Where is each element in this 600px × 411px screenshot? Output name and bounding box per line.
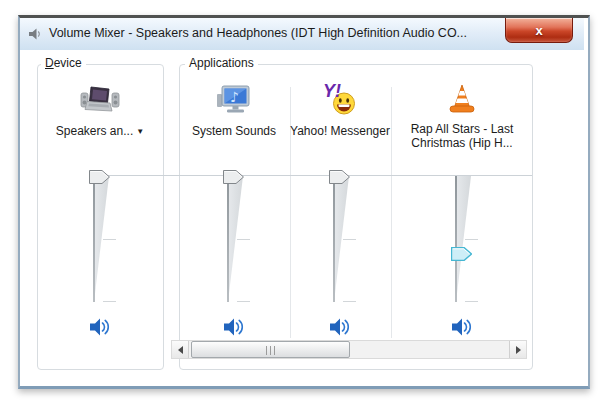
svg-text:♪: ♪ bbox=[230, 89, 239, 105]
slider-tick bbox=[465, 301, 478, 302]
slider-tick bbox=[465, 239, 478, 240]
device-selector-label: Speakers an... bbox=[56, 124, 133, 138]
device-label-rest: evice bbox=[54, 56, 82, 70]
system-sounds-icon: ♪ bbox=[216, 84, 252, 118]
window-title: Volume Mixer - Speakers and Headphones (… bbox=[49, 26, 467, 40]
speaker-volume-icon bbox=[450, 317, 474, 337]
slider-tick bbox=[343, 239, 356, 240]
vlc-slider-track-line bbox=[455, 176, 457, 302]
device-mute-button[interactable] bbox=[87, 317, 113, 339]
app-name-yahoo-messenger: Yahoo! Messenger bbox=[275, 124, 405, 138]
system-sounds-slider-thumb[interactable] bbox=[223, 170, 244, 184]
app-name-vlc-track: Rap All Stars - Last Christmas (Hip H... bbox=[396, 122, 528, 150]
client-area: Device Applications Speakers an...▼ bbox=[20, 50, 584, 383]
close-button[interactable]: x bbox=[505, 18, 573, 43]
volume-mixer-window: Volume Mixer - Speakers and Headphones (… bbox=[18, 15, 590, 389]
system-sounds-mute-button[interactable] bbox=[221, 317, 247, 339]
scrollbar-thumb[interactable] bbox=[191, 341, 350, 358]
chevron-down-icon: ▼ bbox=[136, 127, 144, 136]
scroll-left-arrow-icon bbox=[178, 346, 183, 354]
speaker-volume-icon bbox=[88, 317, 112, 337]
yahoo-slider-thumb[interactable] bbox=[329, 170, 350, 184]
scroll-right-button[interactable] bbox=[509, 341, 526, 358]
close-icon: x bbox=[535, 23, 542, 38]
slider-tick bbox=[343, 301, 356, 302]
slider-tick bbox=[103, 301, 116, 302]
vlc-slider-thumb[interactable] bbox=[451, 247, 472, 261]
slider-tick bbox=[237, 301, 250, 302]
titlebar[interactable]: Volume Mixer - Speakers and Headphones (… bbox=[20, 18, 584, 51]
yahoo-messenger-icon: Y! bbox=[323, 82, 357, 116]
screenshot-stage: Volume Mixer - Speakers and Headphones (… bbox=[0, 0, 600, 411]
device-slider-thumb[interactable] bbox=[89, 170, 110, 184]
slider-tick bbox=[103, 239, 116, 240]
yahoo-slider-track-line bbox=[333, 176, 335, 302]
scroll-left-button[interactable] bbox=[172, 341, 189, 358]
device-label-mnemonic: D bbox=[45, 56, 54, 70]
vlc-mute-button[interactable] bbox=[449, 317, 475, 339]
device-slider-track-line bbox=[93, 176, 95, 302]
speaker-volume-icon bbox=[222, 317, 246, 337]
scrollbar-grip-icon bbox=[266, 346, 277, 355]
speaker-volume-icon bbox=[328, 317, 352, 337]
scroll-right-arrow-icon bbox=[516, 346, 521, 354]
yahoo-mute-button[interactable] bbox=[327, 317, 353, 339]
applications-horizontal-scrollbar[interactable] bbox=[171, 340, 527, 359]
device-selector-button[interactable]: Speakers an...▼ bbox=[40, 124, 160, 138]
applications-group-label: Applications bbox=[185, 56, 258, 70]
window-speaker-icon bbox=[28, 27, 42, 41]
slider-tick bbox=[237, 239, 250, 240]
device-group-label: Device bbox=[41, 56, 86, 70]
slider-top-guideline bbox=[101, 175, 532, 176]
device-laptop-speakers-icon bbox=[80, 84, 120, 118]
system-sounds-slider-track-line bbox=[227, 176, 229, 302]
svg-text:Y!: Y! bbox=[323, 82, 341, 101]
vlc-cone-icon bbox=[446, 84, 478, 114]
